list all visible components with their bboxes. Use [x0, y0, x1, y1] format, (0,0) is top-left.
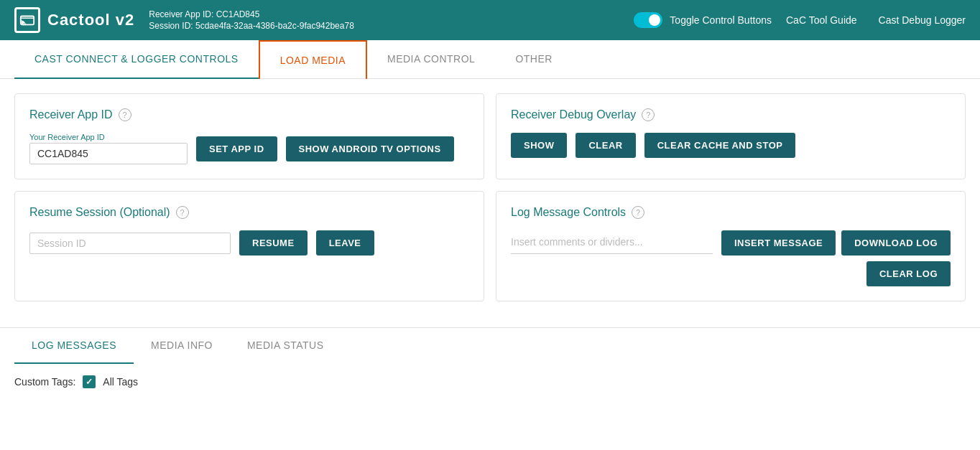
receiver-app-id-panel: Receiver App ID ? Your Receiver App ID S…	[14, 93, 484, 179]
receiver-debug-overlay-panel: Receiver Debug Overlay ? SHOW CLEAR CLEA…	[496, 93, 966, 179]
log-message-help-icon[interactable]: ?	[632, 206, 644, 219]
insert-message-button[interactable]: INSERT MESSAGE	[721, 230, 836, 256]
log-btn-row-2: CLEAR LOG	[866, 261, 951, 286]
toggle-switch[interactable]	[634, 12, 662, 28]
receiver-app-id-title: Receiver App ID ?	[29, 108, 469, 121]
resume-button[interactable]: RESUME	[239, 230, 308, 256]
app-header: Cactool v2 Receiver App ID: CC1AD845 Ses…	[0, 0, 980, 40]
leave-button[interactable]: LEAVE	[316, 230, 374, 256]
custom-tags-label: Custom Tags:	[14, 376, 75, 388]
receiver-debug-body: SHOW CLEAR CLEAR CACHE AND STOP	[511, 133, 951, 158]
receiver-app-id-help-icon[interactable]: ?	[119, 108, 131, 121]
session-id-header: Session ID: 5cdae4fa-32aa-4386-ba2c-9fac…	[149, 21, 619, 31]
log-message-title: Log Message Controls ?	[511, 206, 951, 219]
tab-media-info[interactable]: MEDIA INFO	[134, 328, 230, 364]
bottom-section: LOG MESSAGES MEDIA INFO MEDIA STATUS Cus…	[0, 327, 980, 400]
receiver-debug-title: Receiver Debug Overlay ?	[511, 108, 951, 121]
receiver-app-id-body: Your Receiver App ID SET APP ID SHOW AND…	[29, 133, 469, 164]
session-id-input[interactable]	[29, 233, 231, 254]
receiver-app-id-input-wrapper: Your Receiver App ID	[29, 133, 188, 164]
log-btn-row-1: INSERT MESSAGE DOWNLOAD LOG	[721, 230, 951, 256]
tab-other[interactable]: OTHER	[495, 40, 573, 79]
log-message-body: INSERT MESSAGE DOWNLOAD LOG CLEAR LOG	[511, 230, 951, 286]
header-info: Receiver App ID: CC1AD845 Session ID: 5c…	[149, 9, 619, 31]
download-log-button[interactable]: DOWNLOAD LOG	[841, 230, 951, 256]
custom-tags-row: Custom Tags: All Tags	[14, 364, 966, 400]
clear-log-button[interactable]: CLEAR LOG	[866, 261, 951, 286]
logo: Cactool v2	[14, 7, 134, 33]
cac-tool-guide-link[interactable]: CaC Tool Guide	[786, 14, 857, 26]
top-panels-row: Receiver App ID ? Your Receiver App ID S…	[14, 93, 966, 179]
header-links: CaC Tool Guide Cast Debug Logger	[786, 14, 966, 26]
receiver-debug-label: Receiver Debug Overlay	[511, 108, 636, 121]
log-button-group: INSERT MESSAGE DOWNLOAD LOG CLEAR LOG	[721, 230, 951, 286]
resume-session-title: Resume Session (Optional) ?	[29, 206, 469, 219]
toggle-control[interactable]: Toggle Control Buttons	[634, 12, 772, 28]
main-tabs: CAST CONNECT & LOGGER CONTROLS LOAD MEDI…	[0, 40, 980, 79]
resume-session-label: Resume Session (Optional)	[29, 206, 170, 219]
tab-media-control[interactable]: MEDIA CONTROL	[367, 40, 495, 79]
log-comment-input[interactable]	[511, 230, 713, 254]
cast-icon	[14, 7, 40, 33]
tab-log-messages[interactable]: LOG MESSAGES	[14, 328, 134, 364]
set-app-id-button[interactable]: SET APP ID	[196, 136, 277, 161]
receiver-app-id-input[interactable]	[29, 143, 188, 164]
log-message-controls-panel: Log Message Controls ? INSERT MESSAGE DO…	[496, 191, 966, 301]
tab-cast-connect[interactable]: CAST CONNECT & LOGGER CONTROLS	[14, 40, 259, 79]
toggle-label: Toggle Control Buttons	[670, 14, 772, 26]
receiver-app-id-header: Receiver App ID: CC1AD845	[149, 9, 619, 19]
clear-debug-button[interactable]: CLEAR	[575, 133, 635, 158]
show-android-tv-button[interactable]: SHOW ANDROID TV OPTIONS	[286, 136, 454, 161]
logo-text: Cactool v2	[47, 11, 134, 29]
cast-debug-logger-link[interactable]: Cast Debug Logger	[879, 14, 966, 26]
log-message-label: Log Message Controls	[511, 206, 626, 219]
receiver-debug-help-icon[interactable]: ?	[642, 108, 655, 121]
receiver-app-id-label: Receiver App ID	[29, 108, 113, 121]
bottom-tabs: LOG MESSAGES MEDIA INFO MEDIA STATUS	[14, 328, 966, 364]
bottom-panels-row: Resume Session (Optional) ? RESUME LEAVE…	[14, 191, 966, 301]
tab-media-status[interactable]: MEDIA STATUS	[230, 328, 341, 364]
resume-session-panel: Resume Session (Optional) ? RESUME LEAVE	[14, 191, 484, 301]
resume-session-help-icon[interactable]: ?	[176, 206, 189, 219]
all-tags-checkbox[interactable]	[83, 375, 96, 388]
all-tags-label: All Tags	[103, 376, 138, 388]
tab-load-media[interactable]: LOAD MEDIA	[259, 40, 367, 79]
main-content: Receiver App ID ? Your Receiver App ID S…	[0, 79, 980, 327]
resume-session-body: RESUME LEAVE	[29, 230, 469, 256]
clear-cache-stop-button[interactable]: CLEAR CACHE AND STOP	[644, 133, 796, 158]
receiver-app-id-input-label: Your Receiver App ID	[29, 133, 188, 141]
show-debug-button[interactable]: SHOW	[511, 133, 567, 158]
